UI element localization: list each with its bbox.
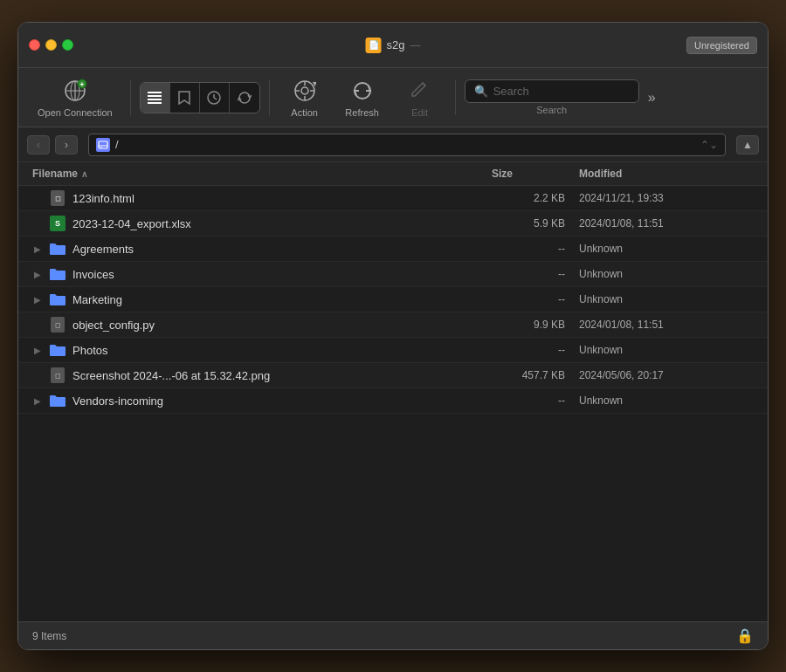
main-window: 📄 s2g — Unregistered + Open Connection bbox=[17, 22, 769, 650]
xlsx-icon: S bbox=[50, 216, 66, 231]
folder-icon bbox=[50, 291, 66, 307]
png-icon: ◻ bbox=[50, 367, 66, 383]
file-list-container: Filename ∧ Size Modified ◻ 123info.html … bbox=[18, 162, 768, 621]
list-view-button[interactable] bbox=[141, 83, 170, 113]
file-name: 123info.html bbox=[72, 192, 134, 205]
toolbar-separator-2 bbox=[269, 80, 270, 115]
file-row[interactable]: ▶ Agreements -- Unknown bbox=[18, 237, 768, 262]
open-connection-label: Open Connection bbox=[38, 107, 113, 118]
file-name: object_config.py bbox=[72, 319, 155, 332]
file-size: -- bbox=[492, 293, 579, 305]
file-row[interactable]: ▶ Vendors-incoming -- Unknown bbox=[18, 388, 768, 414]
path-box[interactable]: / ⌃⌄ bbox=[88, 134, 726, 156]
sort-arrow-icon: ∧ bbox=[81, 169, 87, 179]
open-connection-icon: + bbox=[62, 78, 88, 104]
svg-point-23 bbox=[100, 147, 102, 148]
svg-rect-7 bbox=[148, 95, 162, 97]
file-size: 5.9 KB bbox=[492, 217, 579, 230]
close-button[interactable] bbox=[29, 39, 40, 51]
file-name: Screenshot 2024-...-06 at 15.32.42.png bbox=[72, 369, 270, 382]
modified-column-header[interactable]: Modified bbox=[579, 168, 754, 180]
file-name-cell: ▶ Vendors-incoming bbox=[32, 393, 492, 408]
unregistered-badge: Unregistered bbox=[686, 37, 757, 54]
path-chevron-icon: ⌃⌄ bbox=[700, 139, 718, 151]
svg-text:+: + bbox=[79, 80, 84, 89]
edit-button[interactable]: Edit bbox=[394, 72, 446, 123]
file-name-cell: ▶ Invoices bbox=[32, 266, 492, 282]
forward-button[interactable]: › bbox=[55, 135, 78, 154]
path-text: / bbox=[115, 138, 119, 151]
title-separator: — bbox=[410, 39, 420, 51]
file-row[interactable]: ◻ object_config.py 9.9 KB 2024/01/08, 11… bbox=[18, 312, 768, 338]
file-size: -- bbox=[492, 344, 579, 356]
search-input[interactable] bbox=[493, 85, 630, 98]
svg-line-20 bbox=[423, 83, 425, 86]
file-name-cell: ▶ Marketing bbox=[32, 291, 492, 307]
size-column-header[interactable]: Size bbox=[492, 168, 579, 180]
file-name: Invoices bbox=[72, 268, 114, 281]
search-box[interactable]: 🔍 bbox=[465, 79, 639, 103]
file-row[interactable]: ◻ 123info.html 2.2 KB 2024/11/21, 19:33 bbox=[18, 186, 768, 211]
search-label: Search bbox=[536, 105, 567, 115]
refresh-button[interactable]: Refresh bbox=[336, 72, 389, 123]
open-connection-button[interactable]: + Open Connection bbox=[29, 72, 121, 123]
file-name-cell: S 2023-12-04_export.xlsx bbox=[32, 216, 492, 231]
file-name-cell: ◻ Screenshot 2024-...-06 at 15.32.42.png bbox=[32, 367, 492, 383]
file-size: 457.7 KB bbox=[492, 369, 579, 381]
path-drive-icon bbox=[96, 138, 110, 152]
expand-arrow-icon: ▶ bbox=[32, 346, 43, 355]
more-button[interactable]: » bbox=[645, 86, 659, 109]
file-modified: Unknown bbox=[579, 344, 754, 356]
file-list-header: Filename ∧ Size Modified bbox=[18, 162, 768, 186]
file-row[interactable]: ▶ Photos -- Unknown bbox=[18, 338, 768, 363]
expand-arrow-icon: ▶ bbox=[32, 396, 43, 406]
svg-text:▾: ▾ bbox=[313, 79, 316, 88]
back-button[interactable]: ‹ bbox=[27, 135, 50, 154]
edit-label: Edit bbox=[411, 107, 428, 118]
fullscreen-button[interactable] bbox=[62, 39, 73, 51]
lock-icon: 🔒 bbox=[736, 627, 754, 644]
svg-line-12 bbox=[214, 98, 217, 99]
py-icon: ◻ bbox=[50, 317, 66, 333]
svg-rect-6 bbox=[148, 92, 162, 93]
file-row[interactable]: ▶ Invoices -- Unknown bbox=[18, 262, 768, 287]
file-row[interactable]: S 2023-12-04_export.xlsx 5.9 KB 2024/01/… bbox=[18, 211, 768, 237]
file-modified: Unknown bbox=[579, 268, 754, 280]
folder-icon bbox=[50, 342, 66, 358]
file-row[interactable]: ▶ Marketing -- Unknown bbox=[18, 287, 768, 312]
toolbar: + Open Connection bbox=[18, 68, 768, 127]
up-directory-button[interactable]: ▲ bbox=[736, 135, 759, 154]
window-title-area: 📄 s2g — bbox=[366, 38, 421, 53]
toolbar-separator-1 bbox=[130, 80, 131, 115]
action-button[interactable]: ▾ Action bbox=[279, 72, 331, 123]
sync-view-button[interactable] bbox=[230, 83, 259, 113]
window-title: s2g bbox=[387, 38, 405, 51]
refresh-icon bbox=[349, 78, 376, 104]
minimize-button[interactable] bbox=[45, 39, 57, 51]
file-name: 2023-12-04_export.xlsx bbox=[72, 217, 191, 230]
folder-icon bbox=[50, 266, 66, 282]
clock-view-button[interactable] bbox=[200, 83, 230, 113]
file-row[interactable]: ◻ Screenshot 2024-...-06 at 15.32.42.png… bbox=[18, 363, 768, 388]
file-name-cell: ▶ Agreements bbox=[32, 241, 492, 257]
svg-rect-8 bbox=[148, 99, 162, 100]
file-name: Agreements bbox=[72, 243, 134, 256]
filename-column-header[interactable]: Filename ∧ bbox=[32, 168, 492, 180]
file-modified: 2024/01/08, 11:51 bbox=[579, 217, 754, 230]
refresh-label: Refresh bbox=[345, 107, 379, 118]
file-name-cell: ◻ 123info.html bbox=[32, 190, 492, 206]
file-modified: Unknown bbox=[579, 293, 754, 305]
action-label: Action bbox=[291, 107, 318, 118]
file-name: Vendors-incoming bbox=[72, 394, 163, 408]
expand-arrow-icon: ▶ bbox=[32, 244, 43, 254]
traffic-lights bbox=[29, 39, 73, 51]
svg-point-14 bbox=[301, 87, 308, 94]
file-size: 2.2 KB bbox=[492, 192, 579, 204]
svg-rect-21 bbox=[99, 141, 107, 148]
toolbar-separator-3 bbox=[455, 80, 456, 115]
search-area: 🔍 Search bbox=[465, 79, 639, 115]
file-modified: 2024/01/08, 11:51 bbox=[579, 319, 754, 331]
bookmark-view-button[interactable] bbox=[170, 83, 200, 113]
file-name: Photos bbox=[72, 344, 107, 357]
edit-icon bbox=[407, 78, 433, 104]
